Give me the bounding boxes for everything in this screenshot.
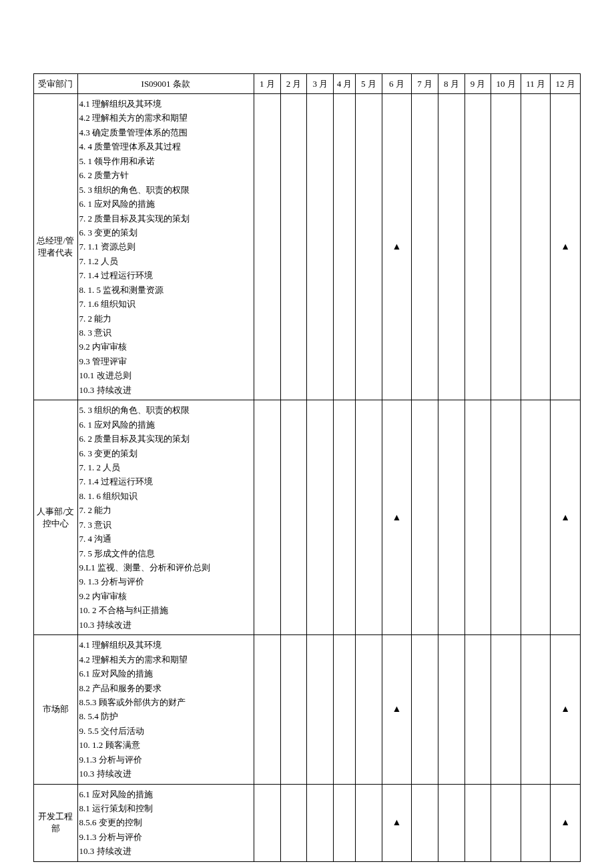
month-cell-2	[280, 94, 307, 400]
clause-cell: 5. 3 组织的角色、职责的权限 6. 1 应对风险的措施 6. 2 质量目标及…	[77, 400, 254, 635]
month-cell-8	[438, 784, 465, 861]
month-cell-7	[412, 635, 438, 784]
month-cell-9	[465, 635, 491, 784]
month-cell-12: ▲	[551, 400, 581, 635]
month-cell-6: ▲	[382, 635, 411, 784]
department-cell: 总经理/管理者代表	[34, 94, 78, 400]
month-cell-2	[280, 400, 307, 635]
month-cell-8	[438, 635, 465, 784]
audit-schedule-table: 受审部门 IS09001 条款 1 月 2 月 3 月 4 月 5 月 6 月 …	[33, 73, 581, 862]
month-cell-2	[280, 635, 307, 784]
month-cell-9	[465, 784, 491, 861]
month-cell-6: ▲	[382, 400, 411, 635]
table-row: 人事部/文控中心5. 3 组织的角色、职责的权限 6. 1 应对风险的措施 6.…	[34, 400, 581, 635]
header-clause: IS09001 条款	[77, 74, 254, 94]
month-cell-5	[355, 784, 382, 861]
month-cell-10	[491, 94, 521, 400]
month-cell-1	[254, 784, 280, 861]
header-month-4: 4 月	[334, 74, 356, 94]
month-cell-5	[355, 94, 382, 400]
header-month-11: 11 月	[521, 74, 550, 94]
month-cell-7	[412, 400, 438, 635]
month-cell-2	[280, 784, 307, 861]
month-cell-1	[254, 400, 280, 635]
month-cell-3	[307, 784, 334, 861]
table-row: 总经理/管理者代表4.1 理解组织及其环境 4.2 理解相关方的需求和期望 4.…	[34, 94, 581, 400]
month-cell-8	[438, 94, 465, 400]
header-row: 受审部门 IS09001 条款 1 月 2 月 3 月 4 月 5 月 6 月 …	[34, 74, 581, 94]
month-cell-11	[521, 784, 550, 861]
header-month-7: 7 月	[412, 74, 438, 94]
header-month-2: 2 月	[280, 74, 307, 94]
department-cell: 市场部	[34, 635, 78, 784]
header-month-9: 9 月	[465, 74, 491, 94]
month-cell-3	[307, 635, 334, 784]
header-month-8: 8 月	[438, 74, 465, 94]
month-cell-10	[491, 784, 521, 861]
header-month-6: 6 月	[382, 74, 411, 94]
month-cell-7	[412, 784, 438, 861]
clause-cell: 4.1 理解组织及其环境 4.2 理解相关方的需求和期望 4.3 确定质量管理体…	[77, 94, 254, 400]
department-cell: 开发工程部	[34, 784, 78, 861]
month-cell-6: ▲	[382, 94, 411, 400]
month-cell-11	[521, 400, 550, 635]
month-cell-10	[491, 635, 521, 784]
month-cell-5	[355, 635, 382, 784]
month-cell-9	[465, 94, 491, 400]
header-department: 受审部门	[34, 74, 78, 94]
month-cell-12: ▲	[551, 635, 581, 784]
header-month-3: 3 月	[307, 74, 334, 94]
month-cell-5	[355, 400, 382, 635]
month-cell-11	[521, 94, 550, 400]
table-row: 市场部4.1 理解组织及其环境 4.2 理解相关方的需求和期望 6.1 应对风险…	[34, 635, 581, 784]
month-cell-4	[334, 784, 356, 861]
month-cell-10	[491, 400, 521, 635]
month-cell-4	[334, 400, 356, 635]
month-cell-8	[438, 400, 465, 635]
header-month-1: 1 月	[254, 74, 280, 94]
header-month-10: 10 月	[491, 74, 521, 94]
clause-cell: 6.1 应对风险的措施 8.1 运行策划和控制 8.5.6 变更的控制 9.1.…	[77, 784, 254, 861]
department-cell: 人事部/文控中心	[34, 400, 78, 635]
month-cell-3	[307, 94, 334, 400]
month-cell-4	[334, 94, 356, 400]
header-month-12: 12 月	[551, 74, 581, 94]
month-cell-9	[465, 400, 491, 635]
table-row: 开发工程部6.1 应对风险的措施 8.1 运行策划和控制 8.5.6 变更的控制…	[34, 784, 581, 861]
header-month-5: 5 月	[355, 74, 382, 94]
month-cell-6: ▲	[382, 784, 411, 861]
month-cell-4	[334, 635, 356, 784]
month-cell-1	[254, 94, 280, 400]
month-cell-12: ▲	[551, 784, 581, 861]
month-cell-7	[412, 94, 438, 400]
month-cell-3	[307, 400, 334, 635]
clause-cell: 4.1 理解组织及其环境 4.2 理解相关方的需求和期望 6.1 应对风险的措施…	[77, 635, 254, 784]
month-cell-12: ▲	[551, 94, 581, 400]
month-cell-1	[254, 635, 280, 784]
month-cell-11	[521, 635, 550, 784]
